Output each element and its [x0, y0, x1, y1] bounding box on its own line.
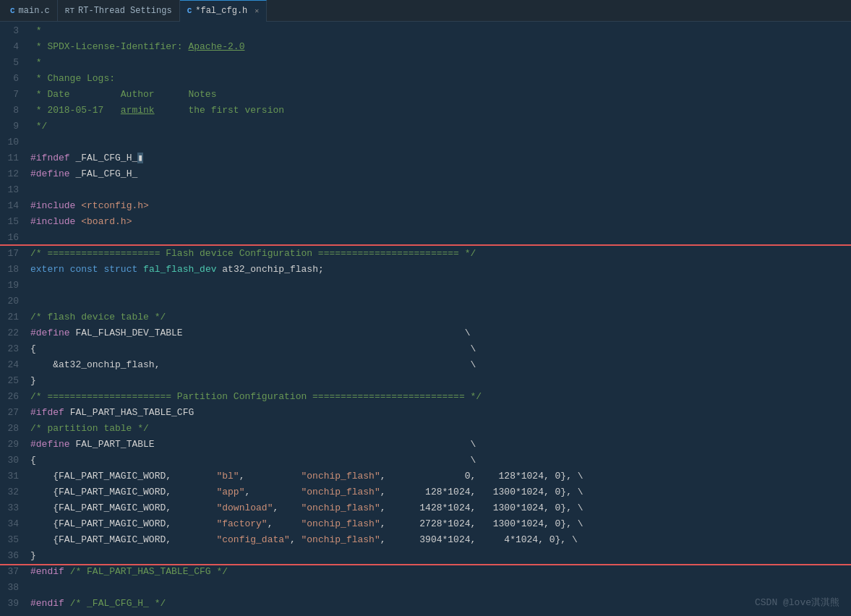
- line-content-4: * SPDX-License-Identifier: Apache-2.0: [27, 39, 851, 55]
- line-content-11: #ifndef _FAL_CFG_H_▮: [27, 150, 851, 166]
- line-num-16: 16: [0, 230, 27, 246]
- line-content-27: #ifdef FAL_PART_HAS_TABLE_CFG: [27, 405, 851, 421]
- code-container: 3 * 4 * SPDX-License-Identifier: Apache-…: [0, 22, 851, 613]
- line-num-20: 20: [0, 294, 27, 309]
- line-content-28: /* partition table */: [27, 421, 851, 437]
- code-line-19: 19: [0, 278, 851, 294]
- line-num-34: 34: [0, 516, 27, 532]
- line-content-18: extern const struct fal_flash_dev at32_o…: [27, 262, 851, 278]
- code-line-35: 35 {FAL_PART_MAGIC_WORD, "config_data", …: [0, 532, 851, 548]
- line-content-22: #define FAL_FLASH_DEV_TABLE \: [27, 325, 851, 341]
- code-line-12: 12 #define _FAL_CFG_H_: [0, 166, 851, 182]
- code-line-9: 9 */: [0, 119, 851, 134]
- line-num-7: 7: [0, 87, 27, 103]
- line-num-13: 13: [0, 182, 27, 198]
- tab-close-fal[interactable]: ✕: [255, 7, 259, 15]
- code-line-10: 10: [0, 134, 851, 150]
- line-num-12: 12: [0, 166, 27, 182]
- line-num-35: 35: [0, 532, 27, 548]
- code-line-26: 26 /* ====================== Partition C…: [0, 389, 851, 405]
- tab-fal-cfg[interactable]: C *fal_cfg.h ✕: [180, 0, 268, 22]
- code-line-39: 39 #endif /* _FAL_CFG_H_ */: [0, 596, 851, 612]
- tab-label-rt: RT-Thread Settings: [78, 6, 172, 16]
- code-line-28: 28 /* partition table */: [0, 421, 851, 437]
- highlight-block: 17 /* ==================== Flash device …: [0, 246, 851, 564]
- code-line-23: 23 { \: [0, 341, 851, 357]
- line-content-39: #endif /* _FAL_CFG_H_ */: [27, 596, 851, 612]
- code-line-34: 34 {FAL_PART_MAGIC_WORD, "factory", "onc…: [0, 516, 851, 532]
- line-num-24: 24: [0, 357, 27, 373]
- code-line-4: 4 * SPDX-License-Identifier: Apache-2.0: [0, 39, 851, 55]
- code-line-30: 30 { \: [0, 453, 851, 469]
- code-line-31: 31 {FAL_PART_MAGIC_WORD, "bl", "onchip_f…: [0, 469, 851, 484]
- line-num-30: 30: [0, 453, 27, 469]
- code-line-13: 13: [0, 182, 851, 198]
- line-content-34: {FAL_PART_MAGIC_WORD, "factory", "onchip…: [27, 516, 851, 532]
- line-num-23: 23: [0, 341, 27, 357]
- line-num-31: 31: [0, 469, 27, 484]
- line-content-33: {FAL_PART_MAGIC_WORD, "download", "onchi…: [27, 500, 851, 516]
- tab-main-c[interactable]: C main.c: [3, 0, 58, 22]
- line-content-32: {FAL_PART_MAGIC_WORD, "app", "onchip_fla…: [27, 484, 851, 500]
- code-line-21: 21 /* flash device table */: [0, 309, 851, 325]
- watermark: CSDN @love淇淇熊: [755, 596, 839, 609]
- line-content-14: #include <rtconfig.h>: [27, 198, 851, 214]
- line-content-5: *: [27, 55, 851, 71]
- code-line-20: 20: [0, 294, 851, 309]
- code-line-36: 36 }: [0, 548, 851, 564]
- line-num-5: 5: [0, 55, 27, 71]
- code-line-33: 33 {FAL_PART_MAGIC_WORD, "download", "on…: [0, 500, 851, 516]
- line-content-36: }: [27, 548, 851, 564]
- code-line-37: 37 #endif /* FAL_PART_HAS_TABLE_CFG */: [0, 564, 851, 580]
- line-content-29: #define FAL_PART_TABLE \: [27, 437, 851, 453]
- line-content-37: #endif /* FAL_PART_HAS_TABLE_CFG */: [27, 564, 851, 580]
- code-line-18: 18 extern const struct fal_flash_dev at3…: [0, 262, 851, 278]
- line-content-9: */: [27, 119, 851, 134]
- line-content-15: #include <board.h>: [27, 214, 851, 230]
- line-num-6: 6: [0, 71, 27, 87]
- code-line-7: 7 * Date Author Notes: [0, 87, 851, 103]
- line-num-21: 21: [0, 309, 27, 325]
- line-num-25: 25: [0, 373, 27, 389]
- line-content-7: * Date Author Notes: [27, 87, 851, 103]
- line-num-32: 32: [0, 484, 27, 500]
- code-line-38: 38: [0, 580, 851, 596]
- line-num-36: 36: [0, 548, 27, 564]
- code-line-11: 11 #ifndef _FAL_CFG_H_▮: [0, 150, 851, 166]
- code-line-5: 5 *: [0, 55, 851, 71]
- line-content-35: {FAL_PART_MAGIC_WORD, "config_data", "on…: [27, 532, 851, 548]
- tab-label-fal: *fal_cfg.h: [195, 6, 247, 16]
- tab-bar: C main.c RT RT-Thread Settings C *fal_cf…: [0, 0, 851, 22]
- editor-area: 3 * 4 * SPDX-License-Identifier: Apache-…: [0, 22, 851, 616]
- line-content-8: * 2018-05-17 armink the first version: [27, 103, 851, 119]
- line-content-23: { \: [27, 341, 851, 357]
- line-num-11: 11: [0, 150, 27, 166]
- line-content-24: &at32_onchip_flash, \: [27, 357, 851, 373]
- line-num-17: 17: [0, 246, 27, 262]
- code-line-6: 6 * Change Logs:: [0, 71, 851, 87]
- code-line-17: 17 /* ==================== Flash device …: [0, 246, 851, 262]
- line-num-29: 29: [0, 437, 27, 453]
- line-content-21: /* flash device table */: [27, 309, 851, 325]
- line-num-27: 27: [0, 405, 27, 421]
- line-content-31: {FAL_PART_MAGIC_WORD, "bl", "onchip_flas…: [27, 469, 851, 484]
- code-line-16: 16: [0, 230, 851, 246]
- line-num-26: 26: [0, 389, 27, 405]
- tab-icon-fal: C: [187, 7, 192, 15]
- line-num-38: 38: [0, 580, 27, 596]
- code-line-32: 32 {FAL_PART_MAGIC_WORD, "app", "onchip_…: [0, 484, 851, 500]
- line-num-19: 19: [0, 278, 27, 294]
- line-content-12: #define _FAL_CFG_H_: [27, 166, 851, 182]
- line-num-28: 28: [0, 421, 27, 437]
- line-content-30: { \: [27, 453, 851, 469]
- line-num-18: 18: [0, 262, 27, 278]
- code-line-8: 8 * 2018-05-17 armink the first version: [0, 103, 851, 119]
- line-num-39: 39: [0, 596, 27, 612]
- line-content-17: /* ==================== Flash device Con…: [27, 246, 851, 262]
- tab-icon-rt: RT: [65, 7, 74, 15]
- code-line-22: 22 #define FAL_FLASH_DEV_TABLE \: [0, 325, 851, 341]
- tab-rt-thread[interactable]: RT RT-Thread Settings: [58, 0, 180, 22]
- line-num-14: 14: [0, 198, 27, 214]
- line-num-9: 9: [0, 119, 27, 134]
- line-num-10: 10: [0, 134, 27, 150]
